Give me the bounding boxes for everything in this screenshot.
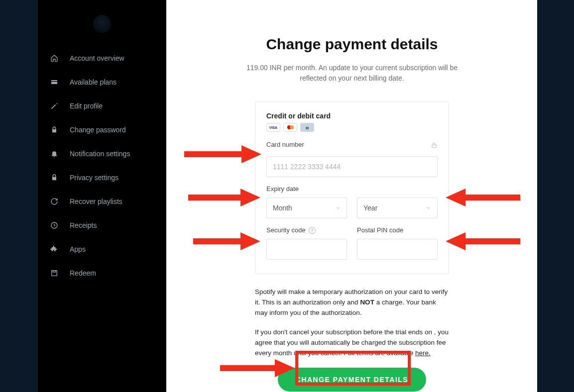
payment-form: Credit or debit card VISA ▮▮ Card number… bbox=[255, 101, 449, 274]
sidebar-item-label: Available plans bbox=[70, 78, 116, 86]
puzzle-icon bbox=[50, 245, 59, 254]
lock-icon bbox=[50, 125, 59, 134]
month-placeholder: Month bbox=[273, 204, 292, 212]
clock-icon bbox=[50, 221, 59, 230]
sidebar-item-edit-profile[interactable]: Edit profile bbox=[38, 94, 166, 118]
terms-link[interactable]: here. bbox=[415, 349, 431, 357]
page-title: Change payment details bbox=[214, 36, 490, 53]
svg-rect-3 bbox=[52, 271, 57, 276]
payment-details-panel: Change payment details 119.00 INR per mo… bbox=[190, 6, 514, 392]
sidebar-item-recover-playlists[interactable]: Recover playlists bbox=[38, 190, 166, 213]
help-icon[interactable]: ? bbox=[309, 227, 316, 234]
avatar bbox=[38, 10, 166, 37]
chevron-down-icon bbox=[426, 205, 431, 210]
sidebar-item-available-plans[interactable]: Available plans bbox=[38, 70, 166, 94]
expiry-month-select[interactable]: Month bbox=[266, 197, 347, 218]
svg-rect-0 bbox=[51, 80, 57, 84]
sidebar-item-label: Change password bbox=[70, 126, 126, 134]
sidebar-item-label: Privacy settings bbox=[70, 174, 118, 182]
card-icon bbox=[50, 78, 59, 87]
change-payment-details-button[interactable]: CHANGE PAYMENT DETAILS bbox=[278, 368, 426, 392]
refresh-icon bbox=[50, 197, 59, 206]
security-code-label: Security code ? bbox=[266, 226, 347, 234]
avatar-circle bbox=[93, 15, 111, 33]
year-placeholder: Year bbox=[363, 204, 377, 212]
sidebar-item-receipts[interactable]: Receipts bbox=[38, 213, 166, 237]
postal-code-input[interactable] bbox=[357, 239, 438, 260]
card-number-input[interactable] bbox=[266, 156, 438, 177]
lock-icon bbox=[431, 142, 438, 151]
svg-rect-4 bbox=[53, 271, 55, 272]
mastercard-icon bbox=[283, 123, 297, 132]
sidebar-item-privacy-settings[interactable]: Privacy settings bbox=[38, 166, 166, 190]
sidebar-item-label: Recover playlists bbox=[70, 197, 122, 205]
sidebar-item-change-password[interactable]: Change password bbox=[38, 118, 166, 142]
sidebar-item-label: Account overview bbox=[70, 54, 124, 62]
sidebar-item-redeem[interactable]: Redeem bbox=[38, 261, 166, 285]
sidebar-item-label: Apps bbox=[70, 245, 86, 253]
card-number-label: Card number bbox=[266, 141, 304, 148]
sidebar-item-label: Edit profile bbox=[70, 102, 103, 110]
expiry-year-select[interactable]: Year bbox=[357, 197, 438, 218]
page-subtitle: 119.00 INR per month. An update to your … bbox=[235, 63, 469, 84]
sidebar-item-label: Receipts bbox=[70, 221, 97, 229]
sidebar-item-account-overview[interactable]: Account overview bbox=[38, 46, 166, 70]
rupay-icon: ▮▮ bbox=[300, 123, 314, 132]
lock-icon bbox=[50, 173, 59, 182]
sidebar: Account overview Available plans Edit pr… bbox=[38, 0, 166, 392]
postal-code-label: Postal PIN code bbox=[357, 226, 438, 234]
card-section-label: Credit or debit card bbox=[266, 112, 438, 120]
svg-rect-1 bbox=[51, 81, 57, 82]
sidebar-item-notification-settings[interactable]: Notification settings bbox=[38, 142, 166, 166]
disclaimer: Spotify will make a temporary authorizat… bbox=[255, 287, 449, 359]
save-icon bbox=[50, 269, 59, 278]
expiry-label: Expiry date bbox=[266, 185, 438, 193]
sidebar-item-label: Notification settings bbox=[70, 150, 130, 158]
sidebar-item-apps[interactable]: Apps bbox=[38, 237, 166, 261]
svg-rect-5 bbox=[432, 145, 436, 147]
chevron-down-icon bbox=[336, 205, 341, 210]
card-logos: VISA ▮▮ bbox=[266, 123, 438, 132]
home-icon bbox=[50, 54, 59, 63]
bell-icon bbox=[50, 149, 59, 158]
security-code-input[interactable] bbox=[266, 239, 347, 260]
sidebar-item-label: Redeem bbox=[70, 269, 96, 277]
visa-icon: VISA bbox=[266, 123, 280, 132]
pencil-icon bbox=[50, 101, 59, 110]
